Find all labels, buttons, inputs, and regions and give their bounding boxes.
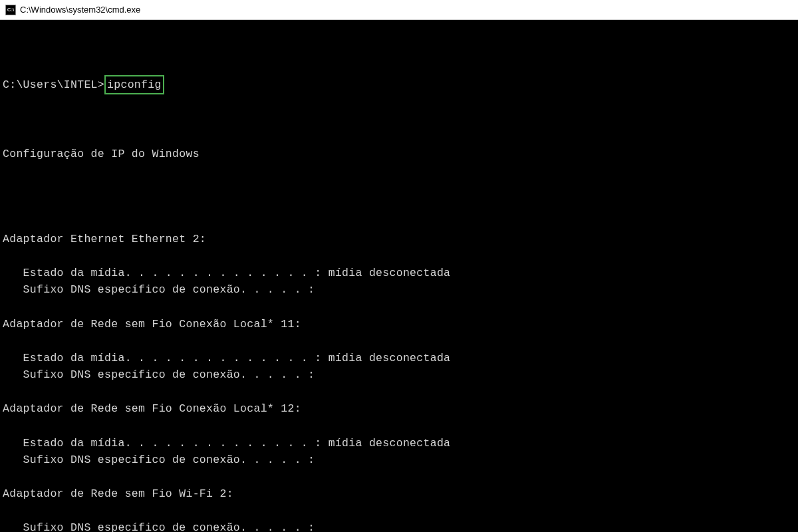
terminal-output[interactable]: C:\Users\INTEL>ipconfig Configuração de … [0, 20, 798, 532]
output-line: Estado da mídia. . . . . . . . . . . . .… [3, 350, 795, 367]
config-header: Configuração de IP do Windows [3, 146, 795, 163]
output-line: Sufixo DNS específico de conexão. . . . … [3, 452, 795, 469]
cmd-icon: C:\ [5, 5, 16, 15]
window-titlebar[interactable]: C:\ C:\Windows\system32\cmd.exe [0, 0, 798, 20]
command-highlight: ipconfig [104, 75, 164, 95]
output-line: Sufixo DNS específico de conexão. . . . … [3, 366, 795, 384]
output-line: Sufixo DNS específico de conexão. . . . … [3, 519, 795, 532]
output-line: Sufixo DNS específico de conexão. . . . … [3, 281, 795, 299]
adapter-title: Adaptador Ethernet Ethernet 2: [3, 231, 795, 248]
prompt-text: C:\Users\INTEL> [3, 78, 104, 91]
window-title: C:\Windows\system32\cmd.exe [20, 5, 140, 15]
adapter-title: Adaptador de Rede sem Fio Conexão Local*… [3, 400, 795, 418]
output-line: Estado da mídia. . . . . . . . . . . . .… [3, 435, 795, 452]
adapter-title: Adaptador de Rede sem Fio Wi-Fi 2: [3, 485, 795, 503]
adapter-title: Adaptador de Rede sem Fio Conexão Local*… [3, 316, 795, 333]
output-line: Estado da mídia. . . . . . . . . . . . .… [3, 265, 795, 282]
